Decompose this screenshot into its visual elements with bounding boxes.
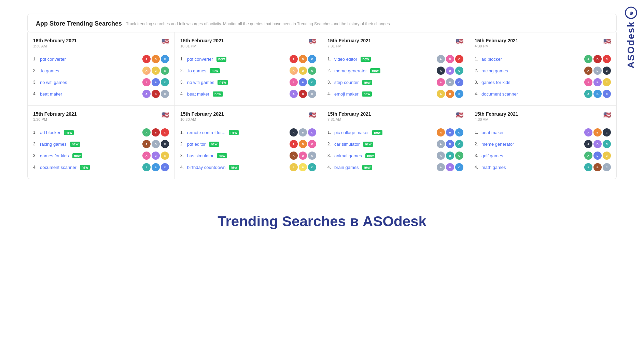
search-link[interactable]: beat maker <box>481 130 504 135</box>
search-link[interactable]: no wifi games <box>187 80 214 85</box>
app-icon: C <box>308 90 316 98</box>
search-link[interactable]: no wifi games <box>40 80 67 85</box>
search-link[interactable]: bus simulator <box>187 153 213 158</box>
search-number: 1. <box>180 130 185 135</box>
card-date-block: 15th February 202110:30 AM <box>180 111 224 125</box>
search-item: 2..io gamesABC <box>33 66 169 75</box>
app-icon: A <box>142 128 151 137</box>
search-left: 4.document scannernew <box>33 165 142 170</box>
search-link[interactable]: beat maker <box>40 91 62 97</box>
search-number: 3. <box>33 153 38 158</box>
search-link[interactable]: pdf editor <box>187 142 206 147</box>
search-number: 4. <box>180 91 185 96</box>
search-link[interactable]: games for kids <box>40 153 69 158</box>
search-link[interactable]: ad blocker <box>40 130 60 135</box>
app-icon: C <box>603 67 611 75</box>
search-left: 4.emoji makernew <box>327 91 437 97</box>
search-link[interactable]: ad blocker <box>481 57 502 62</box>
search-left: 3.animal gamesnew <box>327 153 437 158</box>
card-date: 15th February 2021 <box>475 38 518 43</box>
search-number: 3. <box>180 153 185 158</box>
search-link[interactable]: car simulator <box>334 142 360 147</box>
new-badge: new <box>229 165 239 170</box>
app-icon: A <box>584 55 592 63</box>
card-time: 7:31 AM <box>327 117 371 121</box>
search-number: 4. <box>33 91 38 96</box>
search-link[interactable]: meme generator <box>334 68 367 73</box>
app-icon: C <box>455 90 463 98</box>
search-link[interactable]: emoji maker <box>334 91 359 97</box>
app-icon: C <box>161 152 169 160</box>
app-icons: ABC <box>437 55 463 63</box>
app-icon: C <box>455 55 463 63</box>
search-number: 4. <box>33 165 38 170</box>
search-item: 1.remote control for...newABC <box>180 128 316 137</box>
app-icons: ABC <box>437 152 463 160</box>
app-icon: C <box>161 128 169 137</box>
search-left: 1.beat maker <box>475 130 584 135</box>
search-link[interactable]: .io games <box>187 68 206 73</box>
search-number: 2. <box>327 68 332 73</box>
search-number: 2. <box>327 142 332 146</box>
search-link[interactable]: golf games <box>481 153 503 158</box>
search-link[interactable]: games for kids <box>481 80 510 85</box>
search-left: 2..io games <box>33 68 142 73</box>
card-time: 10:30 AM <box>180 117 224 121</box>
app-icons: ABC <box>584 67 611 75</box>
search-link[interactable]: video editor <box>334 57 357 62</box>
card-date-block: 15th February 20214:30 PM <box>475 38 518 52</box>
search-link[interactable]: pic collage maker <box>334 130 369 135</box>
app-icons: ABC <box>290 163 316 171</box>
search-item: 1.pdf converternewABC <box>180 54 316 64</box>
app-icon: A <box>584 90 592 98</box>
search-link[interactable]: step counter <box>334 80 359 85</box>
search-link[interactable]: birthday countdown <box>187 165 226 170</box>
search-item: 3.games for kidsnewABC <box>33 151 169 160</box>
new-badge: new <box>210 68 220 73</box>
logo: ASOdesk ⊕ <box>625 7 637 69</box>
app-icon: A <box>437 90 445 98</box>
card-date: 15th February 2021 <box>180 111 224 117</box>
search-link[interactable]: animal games <box>334 153 362 158</box>
card-date-block: 16th February 20211:30 AM <box>33 38 77 52</box>
search-link[interactable]: .io games <box>40 68 59 73</box>
app-icon: A <box>437 140 445 148</box>
search-number: 3. <box>475 153 479 158</box>
card-header-row: 15th February 20217:31 PM🇺🇸 <box>327 38 463 52</box>
app-icon: C <box>603 128 611 137</box>
search-item: 1.ad blockerABC <box>475 54 611 64</box>
app-icon: B <box>446 90 454 98</box>
search-link[interactable]: document scanner <box>481 91 518 97</box>
trending-card: 15th February 20217:31 AM🇺🇸1.pic collage… <box>322 106 469 179</box>
search-left: 2.meme generator <box>475 142 584 147</box>
search-link[interactable]: remote control for... <box>187 130 225 135</box>
search-link[interactable]: pdf converter <box>40 57 66 62</box>
app-icon: A <box>290 55 298 63</box>
app-icon: A <box>437 55 445 63</box>
search-link[interactable]: document scanner <box>40 165 76 170</box>
search-link[interactable]: racing games <box>481 68 508 73</box>
new-badge: new <box>217 153 227 158</box>
app-icon: A <box>437 128 445 137</box>
app-icon: A <box>290 128 298 137</box>
search-item: 1.beat makerABC <box>475 128 611 137</box>
card-date-block: 15th February 20211:30 PM <box>33 111 77 125</box>
header-title: App Store Trending Searches <box>36 20 122 27</box>
cards-grid: 16th February 20211:30 AM🇺🇸1.pdf convert… <box>27 32 617 179</box>
search-link[interactable]: pdf converter <box>187 57 213 62</box>
app-icon: A <box>437 67 445 75</box>
search-link[interactable]: racing games <box>40 142 67 147</box>
search-left: 2.pdf editornew <box>180 142 290 147</box>
app-icon: A <box>290 140 298 148</box>
app-icon: B <box>593 67 602 75</box>
new-badge: new <box>361 57 370 62</box>
search-link[interactable]: meme generator <box>481 142 514 147</box>
search-link[interactable]: math games <box>481 165 506 170</box>
app-icons: ABC <box>437 128 463 137</box>
search-link[interactable]: brain games <box>334 165 359 170</box>
search-link[interactable]: beat maker <box>187 91 209 97</box>
app-icons: ABC <box>437 78 463 86</box>
search-left: 2.racing gamesnew <box>33 142 142 147</box>
app-icons: ABC <box>290 67 316 75</box>
card-header-row: 15th February 20217:31 AM🇺🇸 <box>327 111 463 125</box>
